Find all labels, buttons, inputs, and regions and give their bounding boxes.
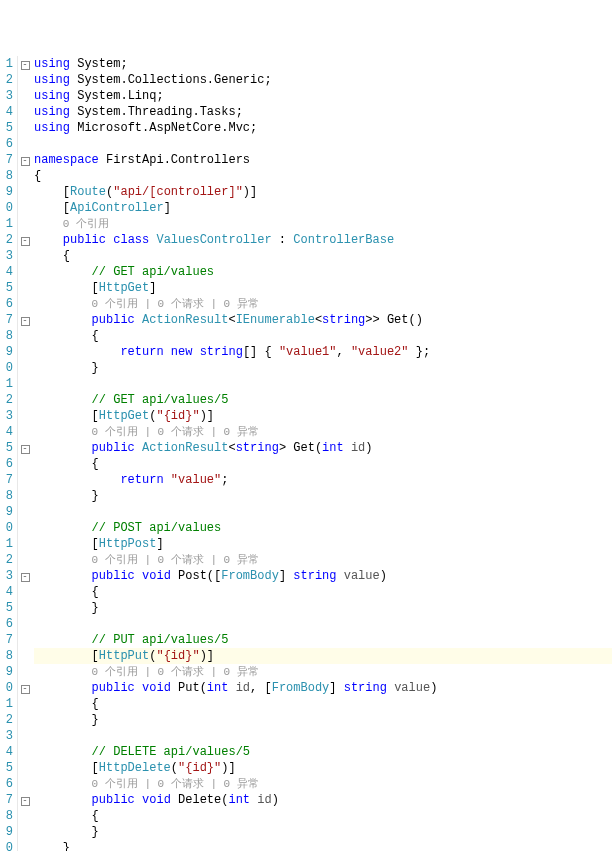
fold-cell [18, 296, 32, 312]
code-line[interactable]: [Route("api/[controller]")] [34, 184, 612, 200]
fold-cell [18, 408, 32, 424]
code-line[interactable]: { [34, 456, 612, 472]
code-line[interactable]: using System.Collections.Generic; [34, 72, 612, 88]
code-line[interactable]: namespace FirstApi.Controllers [34, 152, 612, 168]
code-line[interactable]: public ActionResult<IEnumerable<string>>… [34, 312, 612, 328]
fold-cell [18, 616, 32, 632]
fold-cell [18, 776, 32, 792]
code-area[interactable]: using System;using System.Collections.Ge… [32, 56, 612, 851]
code-line[interactable]: [ApiController] [34, 200, 612, 216]
code-line[interactable]: // DELETE api/values/5 [34, 744, 612, 760]
fold-toggle-icon[interactable]: - [21, 573, 30, 582]
fold-cell [18, 728, 32, 744]
code-line[interactable]: 0 个引用 | 0 个请求 | 0 异常 [34, 552, 612, 568]
code-line[interactable]: public ActionResult<string> Get(int id) [34, 440, 612, 456]
fold-cell [18, 120, 32, 136]
code-line[interactable]: } [34, 600, 612, 616]
code-line[interactable]: [HttpPut("{id}")] [34, 648, 612, 664]
code-editor: 1234567890123456789012345678901234567890… [0, 56, 612, 851]
line-number: 6 [0, 616, 13, 632]
code-line[interactable]: 0 个引用 | 0 个请求 | 0 异常 [34, 664, 612, 680]
line-number: 7 [0, 632, 13, 648]
code-line[interactable]: // GET api/values/5 [34, 392, 612, 408]
code-line[interactable]: } [34, 360, 612, 376]
fold-cell [18, 472, 32, 488]
code-line[interactable] [34, 728, 612, 744]
code-line[interactable]: using System.Threading.Tasks; [34, 104, 612, 120]
fold-cell: - [18, 232, 32, 248]
line-number: 3 [0, 728, 13, 744]
fold-toggle-icon[interactable]: - [21, 797, 30, 806]
fold-cell [18, 104, 32, 120]
line-number: 7 [0, 152, 13, 168]
code-line[interactable]: // POST api/values [34, 520, 612, 536]
code-line[interactable]: { [34, 808, 612, 824]
fold-toggle-icon[interactable]: - [21, 445, 30, 454]
fold-cell [18, 488, 32, 504]
code-line[interactable]: { [34, 696, 612, 712]
fold-toggle-icon[interactable]: - [21, 685, 30, 694]
fold-toggle-icon[interactable]: - [21, 157, 30, 166]
code-line[interactable]: public void Post([FromBody] string value… [34, 568, 612, 584]
code-line[interactable]: [HttpPost] [34, 536, 612, 552]
code-line[interactable]: } [34, 840, 612, 851]
code-line[interactable]: public void Put(int id, [FromBody] strin… [34, 680, 612, 696]
code-line[interactable]: 0 个引用 | 0 个请求 | 0 异常 [34, 296, 612, 312]
code-line[interactable]: { [34, 584, 612, 600]
line-number: 0 [0, 520, 13, 536]
code-line[interactable]: 0 个引用 [34, 216, 612, 232]
line-number-gutter: 1234567890123456789012345678901234567890… [0, 56, 18, 851]
code-line[interactable] [34, 504, 612, 520]
code-line[interactable]: return "value"; [34, 472, 612, 488]
code-line[interactable]: } [34, 712, 612, 728]
fold-toggle-icon[interactable]: - [21, 237, 30, 246]
fold-cell [18, 88, 32, 104]
line-number: 9 [0, 344, 13, 360]
line-number: 4 [0, 584, 13, 600]
fold-cell [18, 712, 32, 728]
code-line[interactable] [34, 616, 612, 632]
fold-toggle-icon[interactable]: - [21, 61, 30, 70]
fold-cell [18, 600, 32, 616]
fold-toggle-icon[interactable]: - [21, 317, 30, 326]
code-line[interactable]: } [34, 488, 612, 504]
line-number: 0 [0, 360, 13, 376]
code-line[interactable]: } [34, 824, 612, 840]
code-line[interactable]: return new string[] { "value1", "value2"… [34, 344, 612, 360]
line-number: 1 [0, 216, 13, 232]
fold-cell [18, 664, 32, 680]
code-line[interactable]: 0 个引用 | 0 个请求 | 0 异常 [34, 424, 612, 440]
code-line[interactable]: [HttpGet("{id}")] [34, 408, 612, 424]
code-line[interactable]: { [34, 328, 612, 344]
line-number: 8 [0, 328, 13, 344]
line-number: 9 [0, 504, 13, 520]
fold-cell: - [18, 568, 32, 584]
fold-cell [18, 184, 32, 200]
code-line[interactable]: // PUT api/values/5 [34, 632, 612, 648]
line-number: 9 [0, 664, 13, 680]
code-line[interactable]: // GET api/values [34, 264, 612, 280]
fold-cell [18, 344, 32, 360]
fold-cell [18, 360, 32, 376]
code-line[interactable] [34, 376, 612, 392]
code-line[interactable]: using System; [34, 56, 612, 72]
fold-cell [18, 392, 32, 408]
code-line[interactable]: using System.Linq; [34, 88, 612, 104]
fold-cell [18, 632, 32, 648]
code-line[interactable]: using Microsoft.AspNetCore.Mvc; [34, 120, 612, 136]
fold-cell [18, 504, 32, 520]
fold-cell [18, 328, 32, 344]
code-line[interactable]: public class ValuesController : Controll… [34, 232, 612, 248]
code-line[interactable] [34, 136, 612, 152]
code-line[interactable]: 0 个引用 | 0 个请求 | 0 异常 [34, 776, 612, 792]
code-line[interactable]: { [34, 168, 612, 184]
line-number: 6 [0, 296, 13, 312]
code-line[interactable]: [HttpGet] [34, 280, 612, 296]
line-number: 6 [0, 776, 13, 792]
fold-cell [18, 840, 32, 851]
code-line[interactable]: [HttpDelete("{id}")] [34, 760, 612, 776]
line-number: 2 [0, 712, 13, 728]
code-line[interactable]: public void Delete(int id) [34, 792, 612, 808]
code-line[interactable]: { [34, 248, 612, 264]
fold-cell [18, 216, 32, 232]
